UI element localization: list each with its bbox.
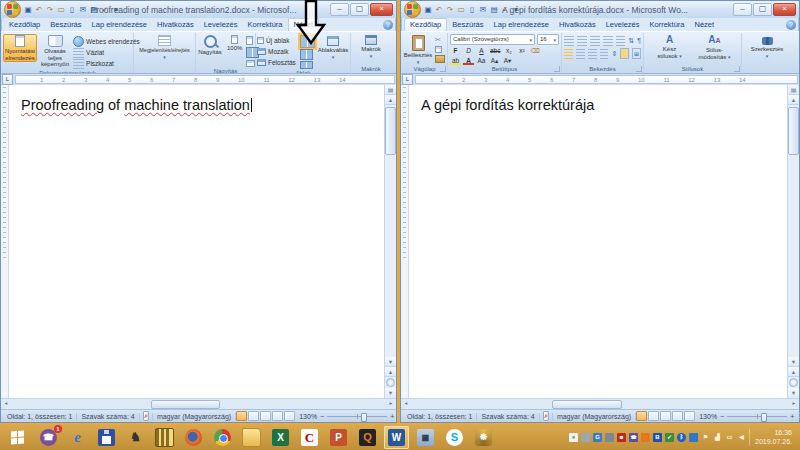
outline-button[interactable]: Vázlat (73, 47, 140, 57)
copy-icon[interactable] (435, 46, 442, 53)
font-name-select[interactable]: Calibri (Szövegtörzs)▾ (450, 34, 535, 45)
strikethrough-button[interactable]: abc (489, 46, 501, 55)
taskbar-app-file-explorer[interactable] (239, 426, 264, 449)
shading-icon[interactable] (620, 48, 629, 59)
tab-korrektura[interactable]: Korrektúra (242, 19, 287, 31)
zoom-in-button[interactable]: + (790, 413, 794, 420)
web-layout-button[interactable]: Webes elrendezés (73, 36, 140, 46)
tray-icon[interactable] (641, 433, 650, 442)
zoom-slider[interactable] (327, 416, 387, 417)
network-icon[interactable]: ▟ (713, 433, 722, 442)
close-button[interactable]: × (773, 3, 796, 16)
vertical-scrollbar[interactable]: ▤ ▲ ▼ ▲ ▼ (787, 85, 799, 398)
scrollbar-thumb[interactable] (788, 107, 799, 155)
bullets-icon[interactable] (564, 35, 574, 46)
align-left-icon[interactable] (564, 48, 573, 59)
dialog-launcher-icon[interactable] (554, 66, 560, 72)
tray-icon-security[interactable]: ✓ (665, 433, 674, 442)
horizontal-ruler[interactable]: 1 2 3 4 5 6 7 8 9 10 11 12 13 14 (15, 75, 395, 84)
undo-icon[interactable]: ↶ (434, 4, 444, 15)
scroll-down-button[interactable]: ▼ (385, 357, 396, 367)
tab-lap-elrendezese[interactable]: Lap elrendezése (87, 19, 152, 31)
language-status[interactable]: magyar (Magyarország) (552, 413, 636, 420)
subscript-button[interactable]: x₂ (503, 46, 514, 55)
close-button[interactable]: × (370, 3, 393, 16)
one-page-icon[interactable] (246, 36, 253, 45)
bluetooth-icon[interactable]: ᛒ (677, 433, 686, 442)
full-screen-view-button[interactable] (648, 411, 659, 421)
taskbar-app-skype[interactable]: S (442, 426, 467, 449)
maximize-button[interactable]: ▢ (350, 3, 369, 16)
save-icon[interactable]: ▣ (23, 4, 33, 15)
taskbar-app-swirl[interactable]: ❋ (471, 426, 496, 449)
select-browse-object-button[interactable] (386, 378, 395, 387)
taskbar-app-corel[interactable]: C (297, 426, 322, 449)
scroll-right-button[interactable]: ▸ (789, 399, 799, 408)
titlebar[interactable]: ▣ ↶ ↷ ▭ ▯ ✉ ▤ ✓ ▾ A gépi fordítás korrek… (401, 1, 799, 18)
new-window-button[interactable]: Új ablak (257, 35, 298, 45)
tray-icon[interactable] (581, 433, 590, 442)
ruler-toggle-button[interactable]: ▤ (385, 85, 396, 95)
sort-icon[interactable]: ⇅ (628, 37, 634, 45)
tray-icon[interactable] (605, 433, 614, 442)
shrink-font-button[interactable]: A▾ (502, 56, 513, 65)
next-page-button[interactable]: ▼ (788, 388, 799, 398)
underline-button[interactable]: A (476, 46, 487, 55)
redo-icon[interactable]: ↷ (45, 4, 55, 15)
tray-icon[interactable] (689, 433, 698, 442)
tab-nezet[interactable]: Nézet (690, 19, 720, 31)
synchronous-scrolling-button[interactable] (300, 49, 313, 60)
tab-hivatkozas[interactable]: Hivatkozás (152, 19, 199, 31)
previous-page-button[interactable]: ▲ (788, 367, 799, 377)
taskbar-app-internet-explorer[interactable]: e (65, 426, 90, 449)
paste-button[interactable]: Beillesztés ▾ (403, 34, 433, 65)
justify-icon[interactable] (600, 48, 609, 59)
maximize-button[interactable]: ▢ (753, 3, 772, 16)
taskbar-app-gold-columns[interactable] (152, 426, 177, 449)
format-painter-icon[interactable] (435, 55, 445, 63)
quick-styles-button[interactable]: A Készstílusok ▾ (651, 34, 689, 60)
font-size-select[interactable]: 16▾ (537, 34, 559, 45)
italic-button[interactable]: D (463, 46, 474, 55)
word-count-status[interactable]: Szavak száma: 4 (77, 413, 139, 420)
print-layout-button[interactable]: Nyomtatási elrendezés (3, 34, 37, 62)
macros-button[interactable]: Makrók ▾ (354, 34, 388, 59)
next-page-button[interactable]: ▼ (385, 388, 396, 398)
minimize-button[interactable]: – (733, 3, 752, 16)
horizontal-scrollbar[interactable]: ◂ ▸ (1, 398, 396, 409)
zoom-level[interactable]: 130% (299, 413, 317, 420)
scroll-up-button[interactable]: ▲ (788, 95, 799, 105)
web-layout-view-button[interactable] (660, 411, 671, 421)
tab-levelezes[interactable]: Levelezés (601, 19, 645, 31)
tab-selector-button[interactable]: L (2, 74, 13, 85)
select-browse-object-button[interactable] (789, 378, 798, 387)
taskbar-app-chrome[interactable] (210, 426, 235, 449)
dialog-launcher-icon[interactable] (734, 66, 740, 72)
vertical-scrollbar[interactable]: ▤ ▲ ▼ ▲ ▼ (384, 85, 396, 398)
proofing-status-icon[interactable]: ✗ (543, 411, 549, 421)
zoom-slider-thumb[interactable] (361, 413, 367, 422)
display-icon[interactable]: ▭ (725, 433, 734, 442)
horizontal-ruler[interactable]: 1 2 3 4 5 6 7 8 9 10 11 12 13 14 (415, 75, 798, 84)
scrollbar-thumb[interactable] (552, 400, 622, 409)
word-count-status[interactable]: Szavak száma: 4 (477, 413, 539, 420)
tab-selector-button[interactable]: L (402, 74, 413, 85)
horizontal-scrollbar[interactable]: ◂ ▸ (401, 398, 799, 409)
office-button[interactable] (404, 1, 421, 18)
font-color-button[interactable]: A (463, 56, 474, 65)
full-screen-reading-button[interactable]: Olvasás teljes képernyőn (39, 34, 71, 69)
scroll-right-button[interactable]: ▸ (386, 399, 396, 408)
tab-kezdolap[interactable]: Kezdőlap (404, 18, 447, 31)
document-page[interactable]: A gépi fordítás korrektúrája (409, 85, 787, 398)
previous-page-button[interactable]: ▲ (385, 367, 396, 377)
tab-korrektura[interactable]: Korrektúra (644, 19, 689, 31)
tab-beszuras[interactable]: Beszúrás (45, 19, 86, 31)
paragraph-mark-icon[interactable]: ¶ (637, 37, 641, 44)
taskbar-app-floppy[interactable] (94, 426, 119, 449)
tab-nezet[interactable]: Nézet (288, 18, 320, 31)
bold-button[interactable]: F (450, 46, 461, 55)
full-screen-view-button[interactable] (248, 411, 259, 421)
tray-icon[interactable]: ● (569, 433, 578, 442)
proofing-status-icon[interactable]: ✗ (143, 411, 149, 421)
scroll-up-button[interactable]: ▲ (385, 95, 396, 105)
